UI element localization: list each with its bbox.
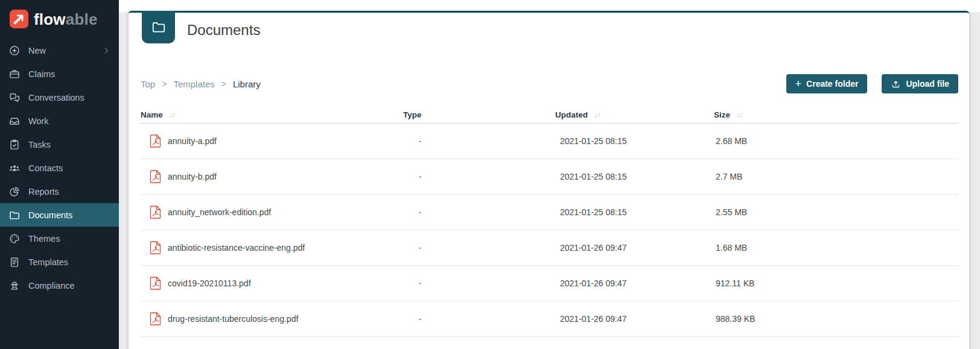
sidebar-item-contacts[interactable]: Contacts [0, 156, 119, 180]
chevron-right-icon [102, 46, 110, 55]
table-row[interactable]: antibiotic-resistance-vaccine-eng.pdf - … [141, 230, 958, 266]
documents-card: Documents Top>Templates>Library + Create… [129, 11, 969, 349]
file-size: 2.68 MB [714, 136, 958, 146]
pdf-file-icon [150, 241, 162, 255]
file-updated: 2021-01-25 08:15 [555, 172, 714, 181]
file-size: 912.11 KB [714, 278, 958, 288]
compliance-icon [8, 280, 21, 292]
sidebar-item-label: Reports [28, 187, 59, 197]
sort-icon: ↓↑ [736, 111, 742, 119]
page-icon-badge [142, 11, 175, 43]
sort-icon: ↓↑ [594, 111, 600, 119]
file-size: 2.55 MB [714, 207, 958, 217]
table-row[interactable]: annuity_network-edition.pdf - 2021-01-25… [141, 195, 958, 230]
inbox-icon [8, 115, 21, 127]
file-type: - [403, 136, 555, 146]
column-label: Name [141, 110, 163, 119]
sidebar-item-conversations[interactable]: Conversations [0, 86, 119, 109]
page-header: Documents [141, 13, 958, 48]
sidebar-item-work[interactable]: Work [0, 109, 119, 133]
sidebar-item-label: Contacts [28, 163, 63, 173]
table-header-row: Name↓↑TypeUpdated↓↑Size↓↑ [141, 101, 958, 124]
pdf-file-icon [150, 169, 162, 184]
breadcrumb-separator: > [221, 79, 226, 89]
breadcrumb-top[interactable]: Top [141, 79, 155, 89]
documents-table: Name↓↑TypeUpdated↓↑Size↓↑ annuity-a.pdf … [141, 101, 958, 337]
toolbar-buttons: + Create folder Upload file [786, 74, 958, 93]
file-size: 2.7 MB [714, 172, 958, 181]
column-label: Size [714, 110, 730, 119]
file-updated: 2021-01-26 09:47 [555, 243, 714, 253]
pdf-file-icon [150, 134, 162, 148]
table-body: annuity-a.pdf - 2021-01-25 08:15 2.68 MB… [141, 124, 958, 337]
file-size: 1.68 MB [714, 243, 958, 253]
upload-file-button[interactable]: Upload file [882, 74, 958, 93]
file-size: 988.39 KB [714, 314, 958, 324]
column-label: Updated [555, 110, 588, 119]
brand-name: flowable [34, 11, 98, 27]
file-updated: 2021-01-26 09:47 [555, 314, 714, 324]
column-header-updated[interactable]: Updated↓↑ [555, 110, 714, 119]
name-cell: annuity-b.pdf [141, 169, 403, 184]
table-row[interactable]: drug-resistant-tuberculosis-eng.pdf - 20… [141, 301, 958, 337]
sidebar-item-label: Conversations [28, 93, 84, 102]
file-type: - [403, 278, 555, 288]
tasks-icon [8, 139, 21, 151]
templates-icon [8, 256, 21, 268]
sidebar-item-themes[interactable]: Themes [0, 227, 119, 250]
sidebar-item-documents[interactable]: Documents [0, 203, 119, 227]
sidebar-item-claims[interactable]: Claims [0, 62, 119, 86]
name-cell: annuity_network-edition.pdf [141, 205, 403, 219]
themes-icon [8, 233, 21, 245]
breadcrumb: Top>Templates>Library [141, 79, 261, 89]
sidebar-item-new[interactable]: New [0, 39, 119, 62]
page-title: Documents [187, 22, 260, 39]
name-cell: annuity-a.pdf [141, 134, 403, 148]
column-label: Type [403, 110, 422, 119]
sidebar-item-label: Work [28, 116, 49, 126]
sort-icon: ↓↑ [169, 111, 175, 119]
file-type: - [403, 207, 555, 217]
sidebar-item-tasks[interactable]: Tasks [0, 133, 119, 156]
sidebar-item-label: Compliance [28, 281, 75, 291]
sidebar-item-label: Tasks [28, 140, 51, 149]
flowable-logo[interactable]: flowable [0, 0, 119, 28]
contacts-icon [8, 162, 21, 174]
sidebar-item-compliance[interactable]: Compliance [0, 274, 119, 297]
sidebar-item-label: Templates [28, 257, 68, 267]
file-updated: 2021-01-25 08:15 [555, 207, 714, 217]
breadcrumb-templates[interactable]: Templates [173, 79, 214, 89]
folder-icon [151, 19, 167, 35]
sidebar-item-label: Documents [28, 210, 72, 220]
main-area: Documents Top>Templates>Library + Create… [119, 0, 980, 349]
sidebar-item-label: Claims [28, 69, 55, 79]
file-name: antibiotic-resistance-vaccine-eng.pdf [168, 243, 305, 253]
file-type: - [403, 172, 555, 181]
column-header-type: Type [403, 110, 555, 119]
breadcrumb-library: Library [233, 79, 261, 89]
folder-icon [8, 209, 21, 221]
pdf-file-icon [150, 276, 162, 291]
column-header-size[interactable]: Size↓↑ [714, 110, 958, 119]
sidebar-nav: New Claims Conversations Work Tasks Cont… [0, 39, 119, 297]
plus-circle-icon [8, 45, 21, 57]
name-cell: covid19-20210113.pdf [141, 276, 403, 291]
top-strip [119, 0, 980, 12]
create-folder-button[interactable]: + Create folder [786, 74, 868, 93]
name-cell: antibiotic-resistance-vaccine-eng.pdf [141, 241, 403, 255]
sidebar-item-templates[interactable]: Templates [0, 250, 119, 274]
pdf-file-icon [150, 312, 162, 326]
upload-icon [891, 79, 901, 89]
plus-icon: + [795, 78, 802, 89]
breadcrumb-separator: > [162, 79, 167, 89]
file-type: - [403, 314, 555, 324]
table-row[interactable]: annuity-a.pdf - 2021-01-25 08:15 2.68 MB [141, 124, 958, 159]
file-updated: 2021-01-25 08:15 [555, 136, 714, 146]
column-header-name[interactable]: Name↓↑ [141, 110, 403, 119]
sidebar-item-reports[interactable]: Reports [0, 180, 119, 203]
file-name: annuity-a.pdf [168, 136, 217, 146]
file-type: - [403, 243, 555, 253]
table-row[interactable]: covid19-20210113.pdf - 2021-01-26 09:47 … [141, 266, 958, 301]
table-row[interactable]: annuity-b.pdf - 2021-01-25 08:15 2.7 MB [141, 159, 958, 195]
file-name: annuity_network-edition.pdf [168, 207, 271, 217]
